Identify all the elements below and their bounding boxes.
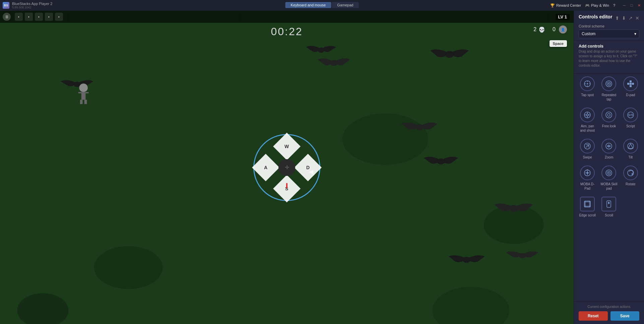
minimize-btn[interactable]: ─ — [622, 3, 627, 8]
export-icon[interactable]: ↗ — [629, 15, 633, 21]
close-btn[interactable]: ✕ — [637, 3, 641, 8]
svg-rect-37 — [630, 83, 632, 85]
controls-panel: Controls editor ⬆ ⬇ ↗ ✕ Control scheme C… — [574, 11, 644, 324]
control-edge-scroll[interactable]: Edge scroll — [577, 194, 597, 219]
control-free-look[interactable]: Free look — [599, 105, 619, 135]
dpad-center: ✛ — [278, 159, 295, 176]
moba-d-pad-label: MOBA D-Pad — [579, 182, 596, 191]
upload-icon[interactable]: ⬆ — [615, 15, 619, 21]
tap-spot-icon — [580, 76, 595, 91]
svg-point-8 — [432, 287, 509, 324]
svg-rect-20 — [78, 92, 81, 93]
toolbar-btn-5[interactable]: ▪ — [55, 13, 63, 21]
add-controls-section: Add controls Drag and drop an action on … — [574, 41, 644, 74]
app-logo: BS — [3, 2, 9, 9]
script-label: Script — [626, 124, 635, 128]
title-bar-controls: 🏆 Reward Center 🎮 Play & Win ? ─ □ ✕ — [550, 3, 641, 8]
script-icon — [623, 108, 638, 122]
tab-gamepad[interactable]: Gamepad — [332, 2, 359, 8]
svg-point-32 — [608, 83, 609, 84]
control-scroll[interactable]: Scroll — [599, 194, 619, 219]
svg-rect-22 — [80, 100, 83, 104]
window-controls: ─ □ ✕ — [622, 3, 641, 8]
d-pad-label: D-pad — [626, 93, 635, 97]
gamepad-icon: 🎮 — [585, 3, 590, 8]
main-layout: ☰ ▪ ▪ ▪ ▪ ▪ LV 1 00:22 2 💀 0 👤 — [0, 11, 644, 324]
svg-point-25 — [587, 83, 588, 84]
svg-point-12 — [416, 124, 424, 130]
control-tap-spot[interactable]: Tap spot — [577, 74, 597, 104]
play-win-btn[interactable]: 🎮 Play & Win — [585, 3, 609, 8]
control-moba-d-pad[interactable]: MOBA D-Pad — [577, 163, 597, 193]
control-swipe[interactable]: Swipe — [577, 136, 597, 161]
title-bar: BS BlueStacks App Player 2 5.89.508.1042… — [0, 0, 644, 11]
toolbar-menu-icon[interactable]: ☰ — [3, 13, 11, 21]
toolbar-btn-3[interactable]: ▪ — [35, 13, 43, 21]
svg-rect-71 — [608, 202, 609, 204]
edge-scroll-icon — [580, 197, 595, 211]
control-repeated-tap[interactable]: Repeated tap — [599, 74, 619, 104]
control-rotate[interactable]: Rotate — [621, 163, 641, 193]
svg-point-13 — [74, 82, 80, 87]
reward-center-btn[interactable]: 🏆 Reward Center — [550, 3, 581, 8]
rotate-icon — [623, 166, 638, 180]
bottom-actions: Current configuration actions Reset Save — [574, 301, 644, 324]
moba-d-pad-icon — [580, 166, 595, 180]
controls-title: Controls editor — [579, 14, 612, 19]
toolbar-btn-2[interactable]: ▪ — [25, 13, 33, 21]
toolbar-btn-4[interactable]: ▪ — [45, 13, 53, 21]
svg-point-10 — [330, 60, 338, 66]
swipe-icon — [580, 139, 595, 153]
control-d-pad[interactable]: D-pad — [621, 74, 641, 104]
close-panel-btn[interactable]: ✕ — [635, 15, 639, 21]
controls-grid: Tap spot Repeated tap — [574, 74, 644, 222]
svg-point-11 — [445, 51, 454, 58]
restore-btn[interactable]: □ — [629, 3, 634, 8]
save-button[interactable]: Save — [610, 311, 640, 321]
add-controls-title: Add controls — [579, 44, 639, 49]
tab-keyboard-mouse[interactable]: Keyboard and mouse — [285, 2, 331, 8]
svg-rect-36 — [632, 83, 634, 85]
rotate-label: Rotate — [626, 182, 635, 186]
svg-point-5 — [94, 246, 163, 289]
hud-top: 00:22 — [0, 25, 574, 38]
control-zoom[interactable]: Zoom — [599, 136, 619, 161]
svg-marker-56 — [628, 144, 633, 148]
svg-point-44 — [606, 112, 612, 118]
download-icon[interactable]: ⬇ — [622, 15, 626, 21]
action-buttons: Reset Save — [579, 311, 639, 321]
tilt-icon — [623, 139, 638, 153]
tap-spot-label: Tap spot — [581, 93, 594, 97]
toolbar-btn-1[interactable]: ▪ — [15, 13, 23, 21]
svg-rect-33 — [630, 80, 632, 82]
svg-point-18 — [79, 83, 88, 92]
repeated-tap-icon — [601, 76, 616, 91]
scroll-label: Scroll — [605, 213, 613, 217]
zoom-icon — [601, 139, 616, 153]
svg-rect-23 — [84, 100, 87, 104]
svg-point-63 — [608, 172, 609, 174]
control-script[interactable]: Script — [621, 105, 641, 135]
controls-scroll-area[interactable]: Add controls Drag and drop an action on … — [574, 41, 644, 301]
svg-point-16 — [463, 257, 470, 263]
scheme-label: Control scheme — [579, 24, 639, 28]
svg-point-7 — [484, 205, 544, 244]
controls-header: Controls editor ⬆ ⬇ ↗ ✕ Control scheme C… — [574, 11, 644, 41]
control-aim-pan-shoot[interactable]: Aim, pan and shoot — [577, 105, 597, 135]
edge-scroll-label: Edge scroll — [579, 213, 595, 217]
tilt-label: Tilt — [628, 155, 633, 159]
svg-point-4 — [17, 293, 68, 324]
svg-rect-69 — [589, 201, 590, 207]
scroll-icon — [601, 197, 616, 211]
control-moba-skill-pad[interactable]: MOBA Skill pad — [599, 163, 619, 193]
svg-rect-68 — [584, 201, 586, 207]
reset-button[interactable]: Reset — [579, 311, 608, 321]
svg-point-60 — [587, 172, 588, 174]
dpad-overlay: W S A D ✛ — [253, 134, 320, 201]
svg-rect-34 — [630, 85, 632, 87]
control-tilt[interactable]: Tilt — [621, 136, 641, 161]
help-btn[interactable]: ? — [613, 3, 615, 7]
toolbar-icons: ▪ ▪ ▪ ▪ ▪ — [15, 13, 63, 21]
scheme-select[interactable]: Custom ▾ — [579, 29, 639, 38]
svg-rect-21 — [86, 92, 89, 93]
